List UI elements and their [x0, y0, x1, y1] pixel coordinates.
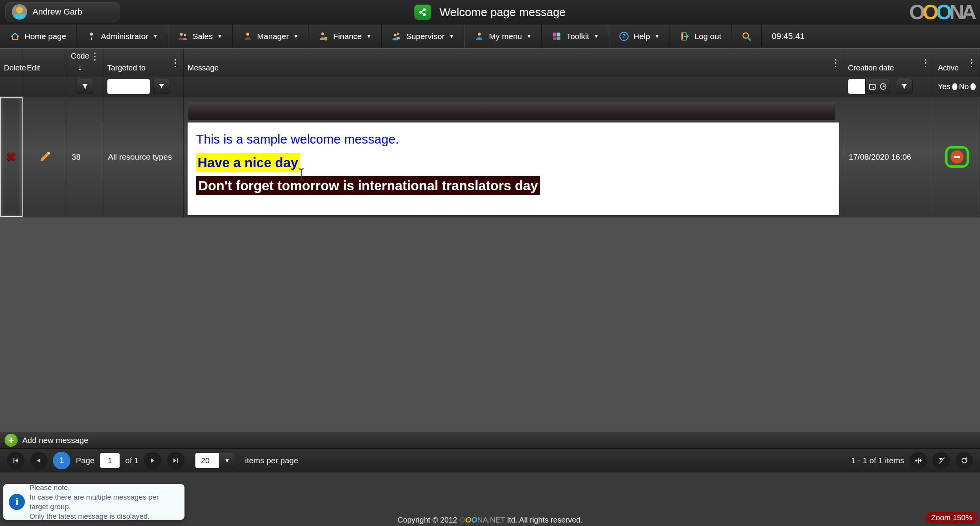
manager-icon: [243, 31, 253, 41]
delete-cell[interactable]: ✖: [0, 96, 23, 217]
creation-date-filter-button[interactable]: [896, 79, 913, 94]
refresh-button[interactable]: [956, 452, 973, 469]
refresh-icon: [960, 457, 968, 464]
my-menu-icon: [474, 31, 484, 41]
chevron-down-icon: ▼: [655, 33, 660, 39]
nav-log-out[interactable]: Log out: [670, 25, 731, 48]
grid-filter-row: Yes No: [0, 77, 980, 96]
clear-filter-icon: [938, 457, 945, 464]
column-header-edit: Edit: [23, 49, 67, 77]
delete-icon[interactable]: ✖: [6, 150, 16, 164]
page-title-block: Welcome page message: [414, 0, 566, 25]
chevron-down-icon: ▼: [527, 33, 532, 39]
clear-filters-button[interactable]: [933, 452, 950, 469]
column-menu-icon[interactable]: ⋮: [90, 51, 100, 62]
nav-label: Administrator: [101, 32, 149, 41]
page-of-label: of 1: [125, 456, 139, 465]
nav-administrator[interactable]: Administrator▼: [76, 25, 168, 48]
message-line-2: Have a nice day: [196, 153, 300, 172]
page-label: Page: [76, 456, 95, 465]
nav-home-page[interactable]: Home page: [0, 25, 76, 48]
nav-label: Finance: [333, 32, 362, 41]
column-header-targeted-to[interactable]: Targeted to ⋮: [103, 49, 184, 77]
page-size-select[interactable]: 20 ▼: [195, 453, 235, 468]
nav-label: Sales: [193, 32, 213, 41]
add-new-message-button[interactable]: + Add new message: [0, 431, 980, 448]
message-line-3: Don't forget tomorrow is international t…: [196, 176, 540, 195]
column-menu-icon[interactable]: ⋮: [831, 57, 841, 69]
column-header-message[interactable]: Message ⋮: [184, 49, 844, 77]
column-header-delete: Delete: [0, 49, 23, 77]
svg-text:?: ?: [622, 33, 626, 39]
brand-rest: NA.NET: [477, 516, 505, 524]
brand-letter: O: [465, 516, 471, 524]
last-page-button[interactable]: [167, 452, 185, 469]
info-tooltip: i Please note, In case there are multipl…: [3, 484, 185, 520]
nav-supervisor[interactable]: Supervisor▼: [381, 25, 464, 48]
brand-letter: O: [471, 516, 477, 524]
column-menu-icon[interactable]: ⋮: [921, 57, 931, 69]
sales-icon: [178, 31, 188, 41]
text-cursor: [298, 168, 305, 181]
chevron-down-icon: ▼: [293, 33, 298, 39]
nav-label: Supervisor: [406, 32, 444, 41]
next-page-icon: [149, 457, 157, 464]
active-minus-icon: [951, 150, 964, 163]
clock-icon: [879, 83, 887, 90]
nav-manager[interactable]: Manager▼: [232, 25, 309, 48]
clock-time: 09:45:41: [772, 31, 805, 41]
first-page-button[interactable]: [7, 452, 24, 469]
code-filter-button[interactable]: [77, 79, 93, 94]
page-number-input[interactable]: [100, 453, 120, 468]
active-yes-label: Yes: [938, 82, 951, 91]
message-line-1: This is a sample welcome message.: [196, 128, 839, 151]
column-menu-icon[interactable]: ⋮: [967, 57, 977, 69]
filter-funnel-icon: [158, 83, 165, 90]
finance-icon: [318, 31, 328, 41]
table-row: ✖ 38 All resource types This is a sample…: [0, 96, 980, 217]
active-toggle[interactable]: [945, 146, 969, 168]
filter-targeted-to: [103, 77, 184, 96]
help-icon: ?: [619, 31, 629, 41]
nav-finance[interactable]: Finance▼: [308, 25, 381, 48]
nav-my-menu[interactable]: My menu▼: [464, 25, 541, 48]
prev-page-button[interactable]: [30, 452, 47, 469]
active-yes-radio[interactable]: [952, 83, 957, 90]
column-menu-icon[interactable]: ⋮: [170, 57, 180, 69]
user-menu[interactable]: Andrew Garb: [5, 2, 120, 21]
active-cell: [934, 96, 980, 217]
nav-sales[interactable]: Sales▼: [168, 25, 232, 48]
active-no-radio[interactable]: [970, 83, 976, 90]
targeted-to-filter-input[interactable]: [107, 79, 150, 94]
nav-label: Toolkit: [566, 32, 589, 41]
edit-pencil-icon[interactable]: [38, 150, 51, 163]
copyright-footer: Copyright © 2012 OOONA.NET ltd. All righ…: [0, 516, 980, 524]
nav-help[interactable]: ? Help▼: [609, 25, 670, 48]
nav-label: Manager: [257, 32, 289, 41]
message-scrollbar[interactable]: [188, 102, 835, 120]
targeted-to-filter-button[interactable]: [153, 79, 170, 94]
column-header-creation-date[interactable]: Creation date ⋮: [844, 49, 934, 77]
pager-bar: 1 Page of 1 20 ▼ items per page 1 - 1 of…: [0, 448, 980, 472]
next-page-button[interactable]: [144, 452, 162, 469]
creation-date-filter-input[interactable]: [848, 79, 866, 94]
page-size-dropdown-button[interactable]: ▼: [219, 453, 235, 468]
copyright-prefix: Copyright © 2012: [397, 516, 459, 524]
message-bubble-icon: [414, 5, 431, 20]
last-page-icon: [172, 457, 180, 464]
column-header-code[interactable]: Code ⋮ ↓: [67, 49, 103, 77]
first-page-icon: [12, 457, 20, 464]
edit-cell[interactable]: [23, 96, 67, 217]
date-time-picker-button[interactable]: [865, 79, 890, 94]
copyright-suffix: ltd. All rights reserved.: [505, 516, 582, 524]
message-content: This is a sample welcome message. Have a…: [188, 123, 839, 215]
grid-header: Delete Edit Code ⋮ ↓ Targeted to ⋮ Messa…: [0, 48, 980, 77]
current-page-button[interactable]: 1: [53, 452, 70, 469]
nav-toolkit[interactable]: Toolkit▼: [541, 25, 608, 48]
fit-columns-button[interactable]: [910, 452, 927, 469]
chevron-down-icon: ▼: [153, 33, 158, 39]
logout-icon: [680, 31, 690, 41]
nav-search[interactable]: [731, 25, 761, 48]
column-header-active[interactable]: Active ⋮: [934, 49, 980, 77]
chevron-down-icon: ▼: [449, 33, 454, 39]
